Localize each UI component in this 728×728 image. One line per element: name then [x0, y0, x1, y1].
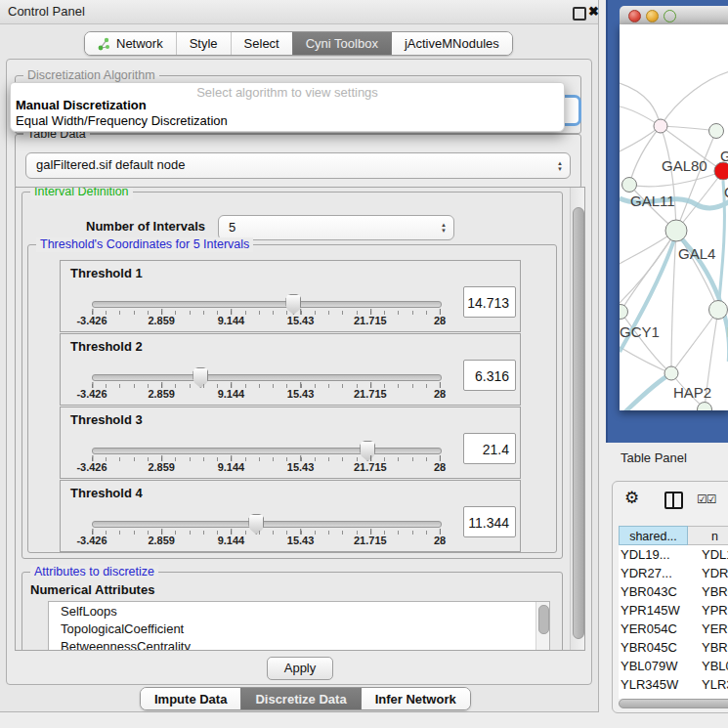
node-label: GCY1 [620, 323, 660, 340]
network-edges [620, 24, 728, 410]
apply-button[interactable]: Apply [267, 657, 333, 680]
tab-cyni-toolbox[interactable]: Cyni Toolbox [292, 32, 391, 55]
cell: YPR1 [702, 601, 728, 620]
column-header-name[interactable]: n [688, 526, 728, 545]
traffic-light-zoom-icon[interactable] [664, 10, 676, 22]
list-item[interactable]: BetweennessCentrality [61, 639, 191, 651]
scrollbar-thumb[interactable] [619, 699, 728, 708]
node-label: C [724, 184, 728, 200]
threshold-2-slider[interactable] [92, 374, 442, 381]
tab-label: Cyni Toolbox [306, 36, 378, 51]
threshold-4-slider[interactable] [92, 521, 442, 528]
scrollbar-thumb[interactable] [538, 605, 549, 634]
list-scrollbar[interactable] [535, 602, 549, 651]
threshold-1-slider[interactable] [92, 301, 442, 308]
tab-network[interactable]: Network [85, 32, 176, 55]
tab-select[interactable]: Select [231, 32, 292, 55]
threshold-3-slider[interactable] [92, 448, 442, 454]
traffic-light-minimize-icon[interactable] [646, 10, 659, 22]
tab-style[interactable]: Style [176, 32, 231, 55]
close-icon[interactable]: ✖ [588, 3, 599, 21]
threshold-2-value-field[interactable]: 6.316 [463, 360, 516, 391]
tab-impute-data[interactable]: Impute Data [141, 688, 240, 709]
menu-item-manual-discretization[interactable]: Manual Discretization [16, 98, 147, 112]
settings-scrollbar[interactable] [570, 188, 584, 650]
cyni-toolbox-panel: Discretization Algorithm Table Data galF… [6, 59, 592, 685]
node-label: GAL4 [678, 245, 715, 262]
cell: YLR345W [621, 675, 678, 694]
menu-item-equal-width-frequency[interactable]: Equal Width/Frequency Discretization [16, 113, 228, 128]
table-body: YDL19...YDL1 YDR27...YDR2 YBR043CYBR0 YP… [619, 545, 728, 699]
axis-tick-label: 9.144 [218, 315, 245, 326]
thresholds-group: Threshold's Coordinates for 5 Intervals … [27, 244, 557, 553]
threshold-3-value-field[interactable]: 21.4 [463, 433, 516, 464]
tab-infer-network[interactable]: Infer Network [361, 688, 470, 709]
scrollbar-thumb[interactable] [573, 207, 584, 639]
node-label: GAL11 [630, 193, 675, 209]
axis-tick-label: 15.43 [287, 315, 315, 326]
table-row[interactable]: YBR043CYBR0 [619, 582, 728, 601]
stepper-icon: ▲▼ [557, 160, 563, 172]
tab-discretize-data[interactable]: Discretize Data [240, 688, 360, 709]
table-horizontal-scrollbar[interactable] [619, 699, 728, 708]
network-view-window: GAL80 GA C GAL11 GAL4 GCY1 H HAP2 [606, 0, 728, 443]
axis-tick-label: 28 [434, 461, 446, 473]
float-window-icon[interactable] [573, 7, 586, 21]
top-tab-bar: Network Style Select Cyni Toolbox jActiv… [84, 31, 513, 56]
numerical-attributes-label: Numerical Attributes [30, 582, 154, 597]
list-item[interactable]: SelfLoops [61, 604, 117, 619]
table-row[interactable]: YDL19...YDL1 [619, 545, 728, 564]
table-data-value: galFiltered.sif default node [36, 153, 185, 177]
table-row[interactable]: YBR045CYBR0 [619, 638, 728, 657]
threshold-label: Threshold 4 [70, 486, 143, 500]
slider-tick-labels: -3.4262.8599.14415.4321.71528 [92, 388, 440, 402]
tab-label: Impute Data [154, 692, 227, 707]
axis-tick-label: 2.859 [148, 315, 175, 326]
tab-label: Network [116, 36, 163, 51]
table-row[interactable]: YDR27...YDR2 [619, 564, 728, 582]
number-of-intervals-label: Number of Intervals [86, 219, 205, 234]
numerical-attributes-list[interactable]: SelfLoops TopologicalCoefficient Between… [48, 601, 550, 651]
network-canvas[interactable]: GAL80 GA C GAL11 GAL4 GCY1 H HAP2 [620, 24, 728, 410]
group-title: Threshold's Coordinates for 5 Intervals [36, 237, 253, 252]
table-data-group: Table Data galFiltered.sif default node … [15, 134, 581, 189]
axis-tick-label: 28 [434, 315, 446, 326]
traffic-light-close-icon[interactable] [628, 10, 641, 22]
cell: YER0 [702, 620, 728, 638]
algorithm-dropdown-popup: Select algorithm to view settings Manual… [10, 82, 565, 132]
threshold-3-panel: Threshold 3 -3.4262.8599.14415.4321.7152… [60, 407, 521, 479]
cell: YDR27... [621, 564, 672, 582]
slider-tick-labels: -3.4262.8599.14415.4321.71528 [92, 535, 440, 548]
axis-tick-label: 15.43 [287, 535, 315, 546]
column-header-shared-name[interactable]: shared... [619, 526, 688, 545]
number-of-intervals-select[interactable]: 5 ▲▼ [218, 215, 454, 240]
axis-tick-label: 2.859 [148, 388, 175, 400]
threshold-4-value-field[interactable]: 11.344 [463, 506, 516, 537]
list-item[interactable]: TopologicalCoefficient [61, 621, 184, 636]
table-row[interactable]: YLR345WYLR3 [619, 675, 728, 694]
slider-tick-labels: -3.4262.8599.14415.4321.71528 [92, 315, 440, 328]
network-icon [98, 37, 110, 51]
gear-icon[interactable]: ⚙ [624, 488, 639, 508]
select-columns-icon[interactable]: ☑☑ [697, 492, 716, 506]
tab-label: Style [190, 36, 218, 51]
axis-tick-label: 21.715 [354, 388, 387, 400]
table-row[interactable]: YBL079WYBL0 [619, 657, 728, 675]
tab-jactivemnodules[interactable]: jActiveMNodules [391, 32, 512, 55]
axis-tick-label: 2.859 [148, 535, 175, 546]
table-data-select[interactable]: galFiltered.sif default node ▲▼ [25, 152, 571, 179]
axis-tick-label: -3.426 [76, 388, 107, 400]
split-columns-icon[interactable] [664, 492, 683, 509]
cell: YDL19... [621, 545, 670, 564]
threshold-4-panel: Threshold 4 -3.4262.8599.14415.4321.7152… [60, 480, 521, 552]
table-row[interactable]: YPR145WYPR1 [619, 601, 728, 620]
cell: YBR043C [621, 582, 677, 601]
network-window-titlebar[interactable] [620, 6, 728, 25]
tab-label: jActiveMNodules [405, 36, 499, 51]
cell: YBL079W [621, 657, 678, 675]
screen: Control Panel ✖ Network Style Select Cyn… [0, 0, 728, 728]
table-row[interactable]: YER054CYER0 [619, 620, 728, 638]
threshold-1-value-field[interactable]: 14.713 [463, 286, 516, 318]
axis-tick-label: -3.426 [76, 461, 107, 473]
table-panel-title: Table Panel [621, 450, 687, 465]
